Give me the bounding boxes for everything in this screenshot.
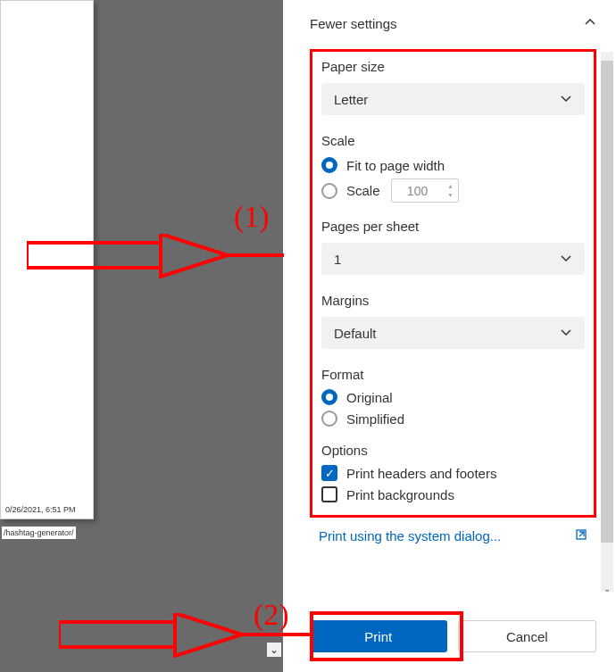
fewer-settings-toggle[interactable]: Fewer settings bbox=[310, 16, 596, 31]
panel-inner: Fewer settings Paper size Letter Scale F… bbox=[283, 0, 616, 635]
scrollbar-thumb[interactable] bbox=[601, 61, 613, 543]
page-preview: 0/26/2021, 6:51 PM bbox=[0, 0, 94, 519]
external-link-icon bbox=[575, 528, 587, 543]
format-original-label: Original bbox=[346, 390, 393, 405]
radio-unchecked-icon bbox=[321, 183, 337, 199]
scale-input-value: 100 bbox=[392, 184, 444, 198]
options-label: Options bbox=[321, 443, 585, 458]
format-simplified-radio[interactable]: Simplified bbox=[321, 411, 585, 427]
paper-size-value: Letter bbox=[334, 92, 368, 107]
cancel-button[interactable]: Cancel bbox=[458, 620, 597, 652]
system-dialog-link: Print using the system dialog... bbox=[319, 528, 501, 543]
scale-label: Scale bbox=[321, 133, 585, 148]
fewer-settings-label: Fewer settings bbox=[310, 16, 397, 31]
preview-timestamp: 0/26/2021, 6:51 PM bbox=[5, 505, 76, 514]
headers-footers-label: Print headers and footers bbox=[346, 466, 496, 481]
fit-to-page-width-radio[interactable]: Fit to page width bbox=[321, 157, 585, 173]
print-settings-panel: Fewer settings Paper size Letter Scale F… bbox=[283, 0, 616, 672]
panel-footer: Print Cancel bbox=[310, 620, 596, 652]
paper-size-select[interactable]: Letter bbox=[321, 83, 585, 115]
preview-url: /hashtag-generator/ bbox=[2, 527, 76, 539]
checkbox-unchecked-icon bbox=[321, 486, 337, 502]
scrollbar[interactable]: ⌄ bbox=[601, 52, 613, 592]
backgrounds-checkbox[interactable]: Print backgrounds bbox=[321, 486, 585, 502]
pages-per-sheet-value: 1 bbox=[334, 252, 341, 267]
checkbox-checked-icon: ✓ bbox=[321, 465, 337, 481]
scale-spinner-icon[interactable]: ▲▼ bbox=[445, 181, 456, 200]
format-original-radio[interactable]: Original bbox=[321, 389, 585, 405]
format-simplified-label: Simplified bbox=[346, 411, 404, 427]
chevron-up-icon bbox=[584, 16, 596, 31]
paper-size-label: Paper size bbox=[321, 59, 585, 74]
annotation-box-1: Paper size Letter Scale Fit to page widt… bbox=[310, 49, 596, 518]
format-label: Format bbox=[321, 367, 585, 382]
chevron-down-icon bbox=[560, 326, 572, 341]
scale-custom-radio[interactable]: Scale 100 ▲▼ bbox=[321, 178, 585, 203]
margins-select[interactable]: Default bbox=[321, 317, 585, 349]
preview-scroll-down-icon[interactable]: ⌄ bbox=[267, 643, 281, 657]
margins-label: Margins bbox=[321, 293, 585, 308]
margins-value: Default bbox=[334, 326, 377, 341]
scrollbar-down-icon[interactable]: ⌄ bbox=[601, 584, 613, 593]
radio-checked-icon bbox=[321, 389, 337, 405]
chevron-down-icon bbox=[560, 92, 572, 107]
system-dialog-row[interactable]: Print using the system dialog... bbox=[310, 528, 596, 543]
fit-to-page-width-label: Fit to page width bbox=[346, 158, 445, 173]
pages-per-sheet-label: Pages per sheet bbox=[321, 219, 585, 234]
print-button[interactable]: Print bbox=[310, 620, 447, 652]
scale-input[interactable]: 100 ▲▼ bbox=[391, 178, 459, 203]
backgrounds-label: Print backgrounds bbox=[346, 487, 454, 502]
pages-per-sheet-select[interactable]: 1 bbox=[321, 243, 585, 275]
radio-checked-icon bbox=[321, 157, 337, 173]
radio-unchecked-icon bbox=[321, 411, 337, 427]
headers-footers-checkbox[interactable]: ✓ Print headers and footers bbox=[321, 465, 585, 481]
chevron-down-icon bbox=[560, 252, 572, 267]
scale-custom-label: Scale bbox=[346, 183, 380, 198]
